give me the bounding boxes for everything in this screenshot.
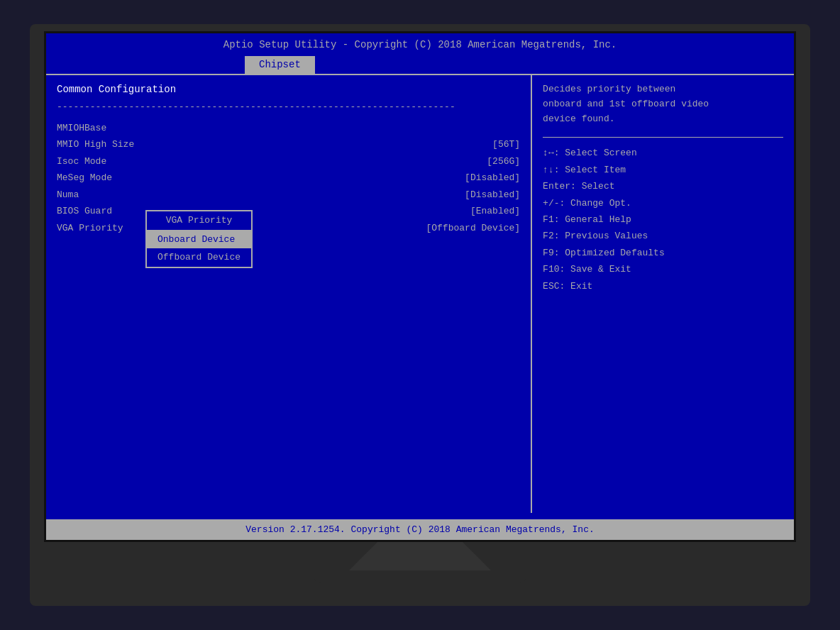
config-row-mmiobase: MMIOHBase bbox=[57, 120, 520, 137]
config-value-meseg: [Disabled] bbox=[465, 171, 520, 185]
config-label-mmio: MMIO High Size bbox=[57, 138, 134, 152]
dropdown-title: VGA Priority bbox=[147, 211, 251, 231]
vga-dropdown-overlay: VGA Priority Onboard Device Offboard Dev… bbox=[145, 210, 253, 268]
config-row-meseg: MeSeg Mode [Disabled] bbox=[57, 170, 520, 187]
active-tab[interactable]: Chipset bbox=[245, 56, 315, 74]
screen: Aptio Setup Utility - Copyright (C) 2018… bbox=[44, 31, 796, 542]
description-text: Decides priority betweenonboard and 1st … bbox=[543, 82, 783, 126]
help-divider bbox=[543, 137, 783, 138]
help-esc: ESC: Exit bbox=[543, 278, 783, 294]
config-value-vga: [Offboard Device] bbox=[426, 221, 520, 236]
right-panel: Decides priority betweenonboard and 1st … bbox=[532, 75, 794, 513]
config-row-numa: Numa [Disabled] bbox=[57, 187, 520, 204]
tab-row: Chipset bbox=[46, 54, 794, 74]
config-label-isoc: Isoc Mode bbox=[57, 155, 106, 169]
config-label-meseg: MeSeg Mode bbox=[57, 171, 112, 185]
monitor-base bbox=[314, 569, 526, 583]
dropdown-item-onboard[interactable]: Onboard Device bbox=[147, 231, 251, 249]
help-change-opt: +/-: Change Opt. bbox=[543, 195, 783, 211]
version-text: Version 2.17.1254. Copyright (C) 2018 Am… bbox=[245, 524, 594, 535]
help-select-item: ↑↓: Select Item bbox=[543, 162, 783, 178]
help-f2: F2: Previous Values bbox=[543, 228, 783, 244]
config-label-vga: VGA Priority bbox=[57, 221, 123, 236]
config-label-mmiobase: MMIOHBase bbox=[57, 121, 106, 136]
help-f9: F9: Optimized Defaults bbox=[543, 245, 783, 261]
title-bar: Aptio Setup Utility - Copyright (C) 2018… bbox=[46, 33, 794, 54]
config-row-isoc: Isoc Mode [256G] bbox=[57, 153, 520, 170]
config-label-bios: BIOS Guard bbox=[57, 204, 112, 219]
separator: ----------------------------------------… bbox=[57, 100, 520, 114]
monitor-outer: Aptio Setup Utility - Copyright (C) 2018… bbox=[30, 24, 810, 606]
config-row-mmio: MMIO High Size [56T] bbox=[57, 136, 520, 153]
config-value-mmio: [56T] bbox=[492, 138, 520, 152]
help-enter: Enter: Select bbox=[543, 178, 783, 194]
config-value-bios: [Enabled] bbox=[470, 204, 520, 219]
monitor-stand bbox=[349, 542, 491, 570]
left-panel: Common Configuration -------------------… bbox=[46, 75, 532, 513]
help-f1: F1: General Help bbox=[543, 211, 783, 228]
section-title: Common Configuration bbox=[57, 82, 520, 97]
dropdown-item-offboard[interactable]: Offboard Device bbox=[147, 248, 251, 267]
bios-title: Aptio Setup Utility - Copyright (C) 2018… bbox=[223, 39, 617, 50]
bottom-bar: Version 2.17.1254. Copyright (C) 2018 Am… bbox=[46, 519, 794, 541]
config-value-numa: [Disabled] bbox=[465, 188, 520, 202]
help-f10: F10: Save & Exit bbox=[543, 261, 783, 277]
config-label-numa: Numa bbox=[57, 188, 79, 202]
config-row-bios: BIOS Guard [Enabled] bbox=[57, 203, 520, 220]
help-select-screen: ↕↔: Select Screen bbox=[543, 145, 783, 161]
config-row-vga[interactable]: VGA Priority [Offboard Device] bbox=[57, 220, 520, 237]
bios-container: Aptio Setup Utility - Copyright (C) 2018… bbox=[46, 33, 794, 540]
main-area: Common Configuration -------------------… bbox=[46, 74, 794, 513]
vga-dropdown-box: VGA Priority Onboard Device Offboard Dev… bbox=[145, 210, 253, 268]
help-text: ↕↔: Select Screen ↑↓: Select Item Enter:… bbox=[543, 145, 783, 294]
config-value-isoc: [256G] bbox=[487, 155, 520, 169]
